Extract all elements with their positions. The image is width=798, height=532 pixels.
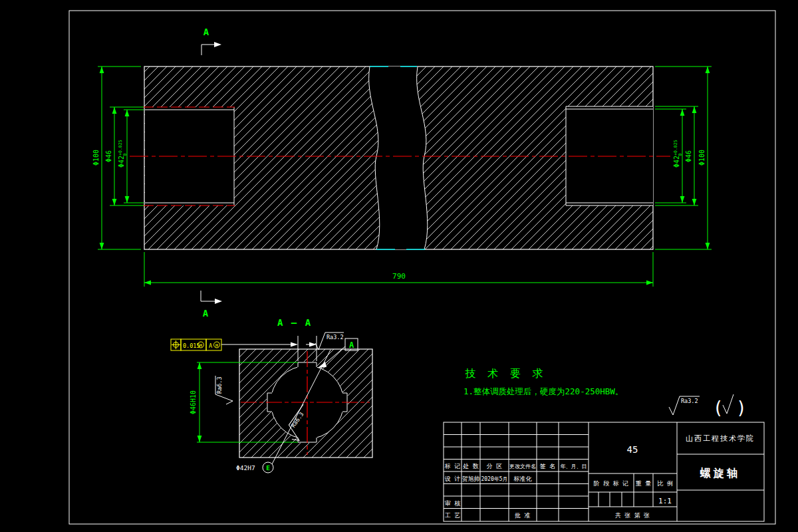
tb-label-nianyueri: 年、月、日 xyxy=(561,464,587,469)
roughness-symbol-general: Ra3.2 xyxy=(669,396,700,415)
tb-designer-name: 贺旭帅 xyxy=(462,475,480,482)
dim-text: Φ46H10 xyxy=(190,390,197,414)
envelope-symbol: E xyxy=(266,464,270,471)
roughness-value: Ra6.3 xyxy=(216,376,223,394)
dim-text: Φ42+0.0250 xyxy=(673,140,683,168)
check-symbol xyxy=(723,394,733,414)
dim-text: Φ100 xyxy=(92,150,100,166)
tech-req-item: 1.整体调质处理后，硬度为220-250HBW。 xyxy=(464,386,623,396)
dim-text: Φ46 xyxy=(105,150,112,162)
fcf-modifier: M xyxy=(200,343,202,348)
title-block: 标 记 处 数 分 区 更改文件名 签 名 年、月、日 设 计 贺旭帅 2020… xyxy=(444,422,764,521)
dim-text: Φ46 xyxy=(685,150,692,162)
section-letter-bottom: A xyxy=(203,308,209,319)
fcf-datum-modifier: M xyxy=(215,343,218,348)
tb-scale-value: 1:1 xyxy=(658,497,672,505)
tb-label-bili: 比 例 xyxy=(657,480,672,487)
section-cut-top: A xyxy=(201,27,221,55)
bore-dia-text: Φ42H7 xyxy=(236,464,255,471)
datum-letter: A xyxy=(349,340,354,350)
fcf-tolerance: 0.015 xyxy=(183,342,200,349)
tb-label-chushu: 处 数 xyxy=(462,463,478,469)
tech-req-title: 技 术 要 求 xyxy=(465,367,546,380)
fcf-datum: A xyxy=(209,342,212,349)
roughness-symbol-top: Ra3.2 xyxy=(315,332,344,350)
tb-date: 2020年5月 xyxy=(481,476,507,482)
technical-requirements: 技 术 要 求 1.整体调质处理后，硬度为220-250HBW。 xyxy=(464,367,623,396)
section-letter-top: A xyxy=(203,27,209,37)
roughness-value: Ra3.2 xyxy=(327,334,344,340)
tb-label-fenqu: 分 区 xyxy=(487,463,502,469)
tb-material: 45 xyxy=(627,444,638,455)
surface-finish-note: Ra3.2 ( ) xyxy=(669,394,747,418)
tb-sheet-count: 共 张 第 张 xyxy=(615,512,650,519)
tb-label-biaoji: 标 记 xyxy=(444,463,460,469)
dim-text: Φ42+0.0250 xyxy=(118,140,128,168)
dim-phi100-left: Φ100 xyxy=(92,66,141,249)
paren-close: ) xyxy=(736,398,747,418)
tb-label-zhongliang: 重 量 xyxy=(636,480,651,487)
tb-label-jieduan: 阶 段 标 记 xyxy=(594,480,628,487)
tb-label-qianming: 签 名 xyxy=(540,463,555,469)
tb-label-shenhe: 审 核 xyxy=(445,500,460,507)
dim-text: 790 xyxy=(392,272,406,281)
section-cut-bottom: A xyxy=(201,291,222,319)
section-title: A — A xyxy=(277,317,312,328)
position-symbol-icon xyxy=(172,340,180,349)
tb-label-biaozhunhua: 标准化 xyxy=(513,475,533,482)
tb-label-sheji: 设 计 xyxy=(445,475,460,482)
tb-label-genggai: 更改文件名 xyxy=(509,464,536,469)
paren-open: ( xyxy=(713,398,724,418)
drawing-sheet: A A Φ100 Φ46 Φ42+0.0250 xyxy=(0,0,798,532)
tb-school-name: 山西工程技术学院 xyxy=(686,434,755,443)
section-view: A — A xyxy=(171,317,372,473)
dim-text: Φ100 xyxy=(698,150,706,166)
roughness-symbol-left: Ra6.3 xyxy=(215,376,233,404)
cad-drawing-canvas: A A Φ100 Φ46 Φ42+0.0250 xyxy=(0,0,798,532)
main-view: A A Φ100 Φ46 Φ42+0.0250 xyxy=(92,27,712,319)
dim-length-790: 790 xyxy=(144,252,653,287)
tb-part-name: 螺旋轴 xyxy=(700,467,740,479)
dim-phi100-right: Φ100 xyxy=(655,66,712,249)
tb-label-gongyi: 工 艺 xyxy=(445,512,460,519)
tb-label-pizhun: 批 准 xyxy=(514,512,530,519)
roughness-value: Ra3.2 xyxy=(681,398,698,404)
